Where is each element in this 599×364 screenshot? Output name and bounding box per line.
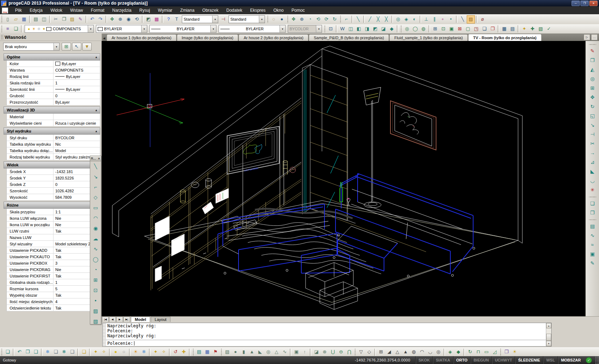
- view-bottom-icon[interactable]: ◧: [355, 25, 363, 33]
- rotate-icon[interactable]: ↻: [588, 102, 597, 111]
- print-icon[interactable]: ▤: [32, 15, 40, 24]
- layout-tab-model[interactable]: Model: [131, 317, 150, 322]
- insert-block-icon[interactable]: ⊞: [91, 275, 100, 285]
- layer-states-icon[interactable]: ❏: [12, 25, 20, 33]
- chevron-down-icon[interactable]: ▼: [259, 16, 265, 23]
- text-style-combo[interactable]: Standard▼: [182, 15, 218, 23]
- lineweight-combo[interactable]: BYLAYER ▼: [219, 25, 286, 33]
- chamfer-icon[interactable]: ◣: [588, 167, 597, 176]
- property-value[interactable]: Rzuca i uzyskuje cienie: [53, 120, 100, 126]
- room-outline[interactable]: [112, 46, 522, 305]
- hatch-icon[interactable]: ▨: [91, 306, 100, 316]
- snap-apparent-icon[interactable]: ╳: [382, 15, 390, 24]
- rotate-z-icon[interactable]: ↻: [331, 15, 339, 24]
- status-ok-icon[interactable]: ✓: [586, 357, 592, 363]
- tabsurf-icon[interactable]: ⊓: [474, 348, 482, 356]
- view-w-icon[interactable]: W: [338, 25, 347, 33]
- layout-nav-button[interactable]: ◀: [109, 317, 116, 322]
- section-header[interactable]: Ogólne▲: [4, 53, 100, 61]
- esnap-settings-icon[interactable]: ◌: [270, 15, 278, 24]
- close-button[interactable]: ✕: [589, 1, 598, 6]
- property-value[interactable]: 1: [53, 80, 100, 86]
- section-header[interactable]: Styl wydruku▲: [4, 128, 100, 135]
- solid-helix-icon[interactable]: ∿: [281, 348, 289, 356]
- view-iso-icon[interactable]: ◆: [388, 25, 396, 33]
- mesh-box-icon[interactable]: ⊞: [377, 348, 385, 356]
- render-ball-icon[interactable]: ●: [278, 15, 286, 24]
- layer-off-other-icon[interactable]: ❑: [68, 348, 76, 356]
- layer-bulb-off-icon[interactable]: ○: [120, 348, 128, 356]
- drawing-viewport[interactable]: LG PLASMA: [102, 41, 585, 316]
- toggle-wsl[interactable]: WSL: [543, 356, 558, 364]
- intersect-icon[interactable]: ⋂: [345, 348, 353, 356]
- trim-icon[interactable]: ✂: [588, 139, 597, 149]
- block-insert-icon[interactable]: ⊞: [431, 25, 439, 33]
- menu-pomoc[interactable]: Pomoc: [287, 6, 308, 14]
- shelf-decor[interactable]: [155, 161, 296, 282]
- polyline-icon[interactable]: ⌐: [91, 182, 100, 192]
- toggle-siatka[interactable]: SIATKA: [432, 356, 453, 364]
- lengthen-icon[interactable]: ⊣: [588, 130, 597, 139]
- menu-plik[interactable]: Plik: [11, 6, 26, 14]
- text-style-icon[interactable]: T: [173, 15, 181, 24]
- toggle-uchwyt[interactable]: UCHWYT: [492, 356, 515, 364]
- minimize-button[interactable]: ─: [572, 1, 580, 6]
- collapse-arrow-icon[interactable]: ▲: [95, 130, 98, 133]
- snap-nearest-icon[interactable]: ╲: [459, 15, 467, 24]
- menu-okno[interactable]: Okno: [270, 6, 288, 14]
- erase-icon[interactable]: ✎: [588, 47, 597, 56]
- polysolid-icon[interactable]: ▣: [292, 348, 301, 356]
- mesh-dome-icon[interactable]: ◠: [418, 348, 426, 356]
- menu-ekspres[interactable]: Ekspres: [246, 6, 269, 14]
- union-icon[interactable]: ⋃: [329, 348, 337, 356]
- edit-hatch-icon[interactable]: ▤: [588, 222, 597, 231]
- massprop-icon[interactable]: ⚑: [211, 348, 220, 356]
- palette-grip[interactable]: [1, 35, 3, 40]
- select-objects-button[interactable]: ↖: [72, 43, 81, 51]
- close-icon[interactable]: ✕: [98, 157, 100, 160]
- command-grip[interactable]: [103, 323, 106, 346]
- solid-cylinder-icon[interactable]: ▮: [240, 348, 248, 356]
- draworder-front-icon[interactable]: ❏: [588, 199, 597, 208]
- property-value[interactable]: ByLayer: [53, 99, 100, 105]
- interfere-icon[interactable]: ⊗: [321, 348, 329, 356]
- pan-icon[interactable]: ✥: [108, 15, 116, 24]
- extend-icon[interactable]: →: [588, 149, 597, 158]
- chevron-down-icon[interactable]: ▼: [141, 25, 147, 32]
- collapse-arrow-icon[interactable]: ▲: [95, 109, 98, 112]
- image-attach-icon[interactable]: ▦: [500, 25, 508, 33]
- property-value[interactable]: COMPONENTS: [53, 67, 100, 73]
- draw-palette-title[interactable]: R... ✕: [90, 156, 101, 161]
- revision-cloud-icon[interactable]: ☁: [91, 234, 100, 244]
- mesh-wedge-icon[interactable]: ◢: [385, 348, 393, 356]
- layout-viewports-icon[interactable]: ⊡: [327, 25, 335, 33]
- layer-match-icon[interactable]: ❑: [32, 348, 40, 356]
- edit-text-icon[interactable]: ✎: [588, 259, 597, 268]
- wall-picture[interactable]: [390, 101, 436, 150]
- snap-tangent-icon[interactable]: ◐: [410, 15, 419, 24]
- layer-merge-icon[interactable]: ✚: [180, 348, 188, 356]
- wblock-icon[interactable]: ▢: [464, 25, 472, 33]
- menu-zmiana[interactable]: Zmiana: [176, 6, 198, 14]
- scroll-thumb[interactable]: [546, 334, 551, 341]
- snap-parallel-icon[interactable]: ∥: [430, 15, 439, 24]
- sofa-left[interactable]: [218, 204, 350, 274]
- snap-center-icon[interactable]: ◎: [394, 15, 402, 24]
- mesh-cone-icon[interactable]: ▲: [401, 348, 410, 356]
- command-scrollbar[interactable]: ▲ ▼: [546, 323, 551, 346]
- section-header[interactable]: Różne▲: [4, 202, 100, 209]
- section-header[interactable]: Widok▲: [4, 161, 100, 168]
- subtract-icon[interactable]: ⊖: [337, 348, 345, 356]
- calendar-icon[interactable]: ▦: [203, 348, 211, 356]
- make-block-icon[interactable]: ⊡: [91, 285, 100, 296]
- zoom-realtime-icon[interactable]: ⊕: [116, 15, 124, 24]
- layout-nav-button[interactable]: ▶: [116, 317, 123, 322]
- property-value[interactable]: Model: [53, 147, 100, 154]
- chevron-down-icon[interactable]: ▼: [53, 43, 59, 50]
- array-icon[interactable]: ⊞: [588, 84, 597, 93]
- layer-unlock-icon[interactable]: ✧: [100, 348, 108, 356]
- layer-walk-icon[interactable]: ❐: [24, 348, 32, 356]
- layer-isolate-icon[interactable]: ❏: [4, 348, 12, 356]
- document-tab[interactable]: TV - Room (tylko do przeglądania): [468, 34, 542, 41]
- snap-perpendicular-icon[interactable]: ⊥: [422, 15, 430, 24]
